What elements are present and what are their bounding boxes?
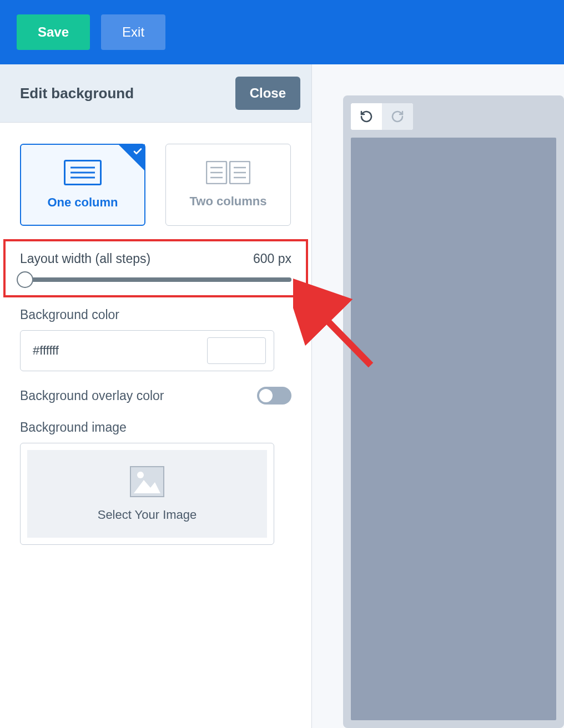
- panel-body: One column Two columns: [0, 123, 311, 560]
- background-image-group: Background image Select Your Image: [20, 420, 291, 545]
- layout-width-label: Layout width (all steps): [20, 251, 150, 266]
- close-button[interactable]: Close: [235, 77, 300, 110]
- layout-width-slider[interactable]: [20, 277, 291, 282]
- background-color-swatch[interactable]: [207, 337, 266, 364]
- redo-button: [382, 103, 413, 130]
- svg-point-13: [137, 472, 144, 478]
- preview-window: [343, 95, 564, 728]
- overlay-row: Background overlay color: [20, 387, 291, 405]
- layout-width-value: 600 px: [253, 251, 291, 266]
- layout-width-row: Layout width (all steps) 600 px: [20, 251, 291, 266]
- selected-check-icon: [118, 144, 145, 171]
- layout-two-columns-label: Two columns: [190, 194, 267, 209]
- layout-two-columns[interactable]: Two columns: [165, 144, 291, 226]
- content: Edit background Close One column: [0, 64, 564, 728]
- redo-icon: [391, 110, 404, 123]
- overlay-label: Background overlay color: [20, 388, 164, 403]
- background-color-group: Background color #ffffff: [20, 307, 291, 371]
- select-image-button[interactable]: Select Your Image: [27, 450, 267, 538]
- layout-one-column[interactable]: One column: [20, 144, 145, 226]
- background-color-input[interactable]: #ffffff: [20, 330, 274, 371]
- image-placeholder-icon: [129, 466, 165, 498]
- layout-options: One column Two columns: [20, 144, 291, 226]
- exit-button[interactable]: Exit: [101, 14, 165, 50]
- slider-thumb[interactable]: [17, 271, 33, 288]
- panel-title: Edit background: [20, 85, 134, 102]
- history-controls: [351, 103, 413, 130]
- preview-pane: [312, 64, 564, 728]
- background-color-label: Background color: [20, 307, 291, 322]
- panel-header: Edit background Close: [0, 64, 311, 123]
- preview-canvas[interactable]: [351, 138, 556, 720]
- layout-width-highlighted: Layout width (all steps) 600 px: [3, 239, 308, 297]
- toggle-knob: [259, 389, 273, 402]
- overlay-toggle[interactable]: [257, 387, 291, 405]
- undo-button[interactable]: [351, 103, 382, 130]
- one-column-icon: [64, 160, 102, 185]
- undo-icon: [360, 110, 373, 123]
- top-bar: Save Exit: [0, 0, 564, 64]
- side-panel: Edit background Close One column: [0, 64, 312, 728]
- background-color-value: #ffffff: [33, 343, 59, 358]
- save-button[interactable]: Save: [17, 14, 90, 50]
- layout-one-column-label: One column: [47, 195, 118, 210]
- background-image-label: Background image: [20, 420, 291, 435]
- select-image-label: Select Your Image: [98, 508, 197, 522]
- two-column-icon: [206, 161, 250, 184]
- background-image-drop: Select Your Image: [20, 443, 274, 545]
